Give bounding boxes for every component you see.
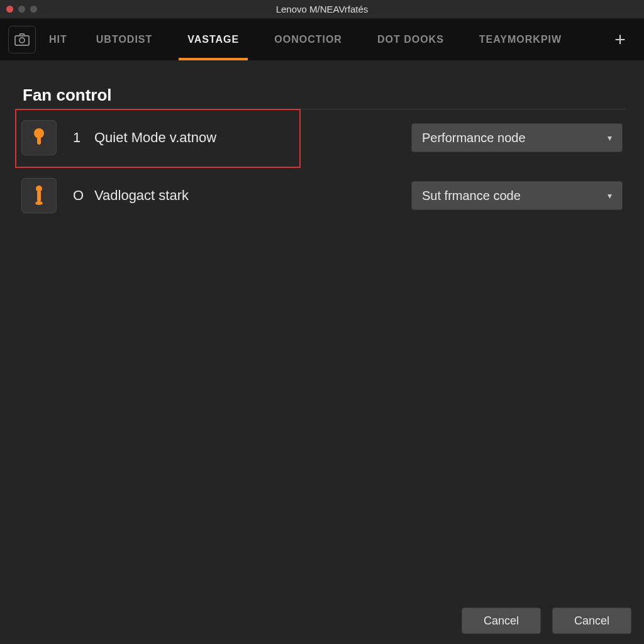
tab-vastage[interactable]: VASTAGE [170,19,257,60]
pin-icon [33,184,45,207]
add-tab-button[interactable]: + [602,19,638,60]
tab-camera-button[interactable] [6,19,38,60]
close-window-dot[interactable] [6,6,13,13]
svg-rect-3 [37,137,41,145]
svg-point-6 [35,201,43,205]
fan-mode-row[interactable]: O Vadlogact stark Sut frmance code ▾ [15,174,629,217]
maximize-window-dot[interactable] [30,6,37,13]
row-index: O [73,187,94,204]
chevron-down-icon: ▾ [608,191,612,201]
divider [292,109,626,109]
row-label: Quiet Mode v.atnow [94,130,216,146]
svg-point-1 [19,38,25,43]
row-icon-tile [21,178,57,213]
tab-hit[interactable]: HIT [38,19,79,60]
row-label: Vadlogact stark [94,187,189,204]
cancel-button-2[interactable]: Cancel [552,608,631,634]
row-icon-tile [21,120,57,155]
mode-select-value: Sut frmance code [422,189,521,203]
svg-point-2 [34,128,44,138]
mode-select[interactable]: Performance node ▾ [411,123,623,152]
camera-icon [8,26,36,53]
tab-dot-dooks[interactable]: DOT DOOKS [360,19,462,60]
mode-select-value: Performance node [422,131,526,145]
cancel-button[interactable]: Cancel [462,608,541,634]
fan-mode-row[interactable]: 1 Quiet Mode v.atnow Performance node ▾ [15,116,629,159]
row-index: 1 [73,130,94,146]
tab-teaymorkpiw[interactable]: TEAYMORKPIW [462,19,579,60]
window-controls [0,6,37,13]
mode-select[interactable]: Sut frmance code ▾ [411,181,623,210]
window-title: Lenovo M/NEAVrfatés [0,4,644,14]
tab-oonoctior[interactable]: OONOCTIOR [257,19,360,60]
section-title: Fan control [23,86,629,105]
tab-ubtodist[interactable]: UBTODIST [79,19,170,60]
bulb-icon [33,127,45,148]
minimize-window-dot[interactable] [18,6,25,13]
footer: Cancel Cancel [462,608,631,634]
titlebar: Lenovo M/NEAVrfatés [0,0,644,19]
chevron-down-icon: ▾ [608,133,612,143]
tab-bar: HIT UBTODIST VASTAGE OONOCTIOR DOT DOOKS… [0,19,644,60]
content-area: Fan control 1 Quiet Mode v.atnow Perform… [0,60,644,217]
svg-rect-5 [37,191,41,202]
